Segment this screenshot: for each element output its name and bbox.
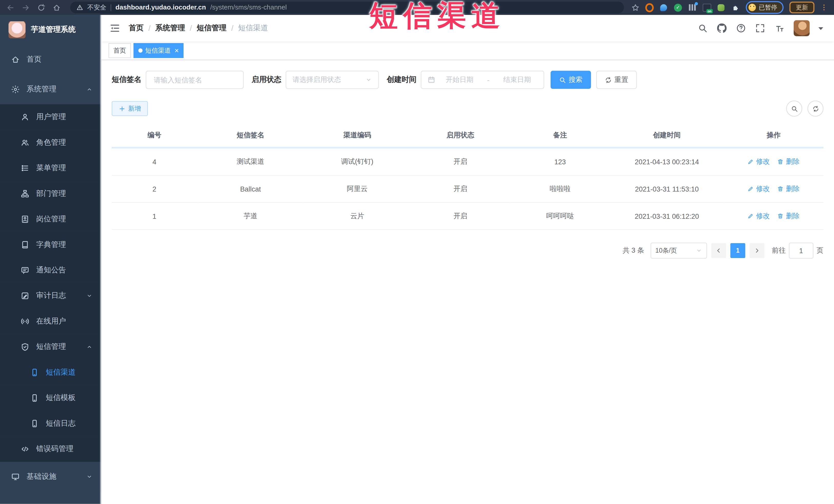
breadcrumb-item[interactable]: 系统管理	[155, 23, 185, 33]
delete-icon	[777, 159, 784, 165]
github-icon[interactable]	[717, 23, 726, 33]
sidebar-item-audit-log[interactable]: 审计日志	[0, 283, 101, 308]
page-number-1[interactable]: 1	[730, 243, 745, 258]
extension-icon[interactable]	[717, 3, 725, 12]
users-icon	[20, 138, 30, 147]
cell-created: 2021-03-31 11:53:10	[610, 175, 724, 202]
url-path: /system/sms/sms-channel	[210, 4, 287, 11]
sidebar-scrollbar[interactable]	[100, 15, 101, 504]
sign-input[interactable]	[146, 71, 244, 89]
help-icon[interactable]	[736, 23, 746, 33]
sidebar-item-label: 短信日志	[46, 419, 75, 428]
sidebar-item-dict-mgmt[interactable]: 字典管理	[0, 232, 101, 258]
update-button[interactable]: 更新	[789, 2, 814, 13]
edit-link[interactable]: 修改	[747, 157, 770, 167]
sidebar-logo-row[interactable]: 芋道管理系统	[0, 15, 101, 45]
extension-icon[interactable]	[645, 3, 654, 12]
chevron-down-icon	[86, 293, 93, 299]
refresh-table-button[interactable]	[808, 101, 824, 116]
prev-page-button[interactable]	[711, 243, 726, 258]
status-label: 启用状态	[251, 75, 281, 85]
bookmark-star-icon[interactable]	[631, 3, 639, 11]
font-size-icon[interactable]	[774, 23, 784, 33]
sidebar-item-error-code[interactable]: 错误码管理	[0, 436, 101, 462]
breadcrumb-separator: /	[231, 24, 233, 32]
sidebar-fold-icon[interactable]	[110, 23, 120, 34]
extensions-puzzle-icon[interactable]	[731, 3, 740, 12]
sidebar-item-sms-mgmt[interactable]: 短信管理	[0, 334, 101, 359]
address-bar[interactable]: 不安全 dashboard.yudao.iocoder.cn/system/sm…	[70, 2, 624, 13]
emoji-face-icon	[748, 4, 756, 11]
status-select[interactable]: 请选择启用状态	[286, 71, 379, 89]
reload-icon[interactable]	[37, 3, 45, 11]
breadcrumb-item[interactable]: 首页	[129, 23, 144, 33]
cell-sign: 测试渠道	[197, 148, 304, 175]
breadcrumb-separator: /	[190, 24, 192, 32]
column-header: 短信签名	[197, 124, 304, 148]
reset-button[interactable]: 重置	[596, 71, 637, 89]
forward-icon[interactable]	[22, 3, 30, 11]
search-button[interactable]: 搜索	[551, 71, 591, 89]
avatar-caret-icon[interactable]	[816, 23, 826, 33]
cell-remark: 啦啦啦	[510, 175, 610, 202]
breadcrumb-item[interactable]: 短信管理	[197, 23, 226, 33]
extension-icon[interactable]	[659, 3, 668, 12]
toolbar-right	[786, 101, 824, 116]
delete-link[interactable]: 删除	[777, 184, 799, 194]
phone-icon	[30, 394, 39, 402]
extension-icon[interactable]	[688, 3, 697, 12]
sidebar-item-label: 短信模板	[46, 393, 75, 402]
edit-link[interactable]: 修改	[747, 184, 770, 194]
add-button[interactable]: 新增	[112, 101, 148, 116]
close-icon[interactable]: ×	[174, 47, 179, 54]
sidebar-item-dept-mgmt[interactable]: 部门管理	[0, 181, 101, 206]
browser-home-icon[interactable]	[52, 3, 61, 11]
sidebar-item-label: 菜单管理	[36, 163, 66, 173]
next-page-button[interactable]	[749, 243, 764, 258]
tab-home[interactable]: 首页	[109, 43, 131, 58]
extension-icon[interactable]: ✓	[674, 3, 682, 12]
sidebar-item-online-user[interactable]: 在线用户	[0, 309, 101, 334]
sidebar-item-menu-mgmt[interactable]: 菜单管理	[0, 155, 101, 181]
sidebar-item-user-mgmt[interactable]: 用户管理	[0, 104, 101, 130]
back-icon[interactable]	[6, 3, 14, 11]
refresh-icon	[605, 76, 612, 83]
sidebar-item-infra[interactable]: 基础设施	[0, 462, 101, 492]
edit-icon	[747, 159, 754, 165]
tab-sms-channel[interactable]: 短信渠道×	[133, 43, 183, 58]
delete-link[interactable]: 删除	[777, 211, 799, 221]
refresh-table-icon	[812, 105, 819, 112]
warning-icon	[76, 4, 83, 11]
sidebar-item-notice[interactable]: 通知公告	[0, 258, 101, 283]
search-button-label: 搜索	[569, 75, 583, 85]
page-size-select[interactable]: 10条/页	[651, 243, 707, 259]
edit-icon	[747, 213, 754, 219]
toggle-search-button[interactable]	[786, 101, 802, 116]
badge-icon	[20, 215, 30, 223]
form-item-status: 启用状态 请选择启用状态	[251, 71, 379, 89]
date-range-picker[interactable]: 开始日期 - 结束日期	[421, 71, 544, 89]
sidebar-item-sms-log[interactable]: 短信日志	[0, 411, 101, 436]
extension-icon[interactable]: on	[702, 3, 711, 12]
calendar-icon	[427, 76, 435, 84]
edit-link[interactable]: 修改	[747, 211, 770, 221]
fullscreen-icon[interactable]	[755, 23, 765, 33]
avatar[interactable]	[794, 20, 810, 36]
cell-sign: 芋道	[197, 202, 304, 230]
sidebar-item-home[interactable]: 首页	[0, 45, 101, 74]
sidebar-item-sms-channel[interactable]: 短信渠道	[0, 360, 101, 385]
sidebar-item-post-mgmt[interactable]: 岗位管理	[0, 206, 101, 232]
goto-page-input[interactable]	[789, 243, 813, 259]
column-header: 渠道编码	[304, 124, 411, 148]
browser-menu-icon[interactable]	[820, 4, 828, 11]
paused-extension-badge[interactable]: 已暂停	[745, 1, 784, 14]
search-icon[interactable]	[698, 23, 707, 33]
chevron-left-icon	[716, 247, 722, 254]
delete-link[interactable]: 删除	[777, 157, 799, 167]
address-divider	[111, 4, 111, 11]
table-body: 4测试渠道调试(钉钉)开启1232021-04-13 00:23:14修改删除2…	[112, 148, 824, 229]
sidebar-item-sms-template[interactable]: 短信模板	[0, 385, 101, 411]
sidebar-menu: 首页系统管理用户管理角色管理菜单管理部门管理岗位管理字典管理通知公告审计日志在线…	[0, 45, 101, 492]
sidebar-item-system[interactable]: 系统管理	[0, 74, 101, 104]
sidebar-item-role-mgmt[interactable]: 角色管理	[0, 130, 101, 155]
